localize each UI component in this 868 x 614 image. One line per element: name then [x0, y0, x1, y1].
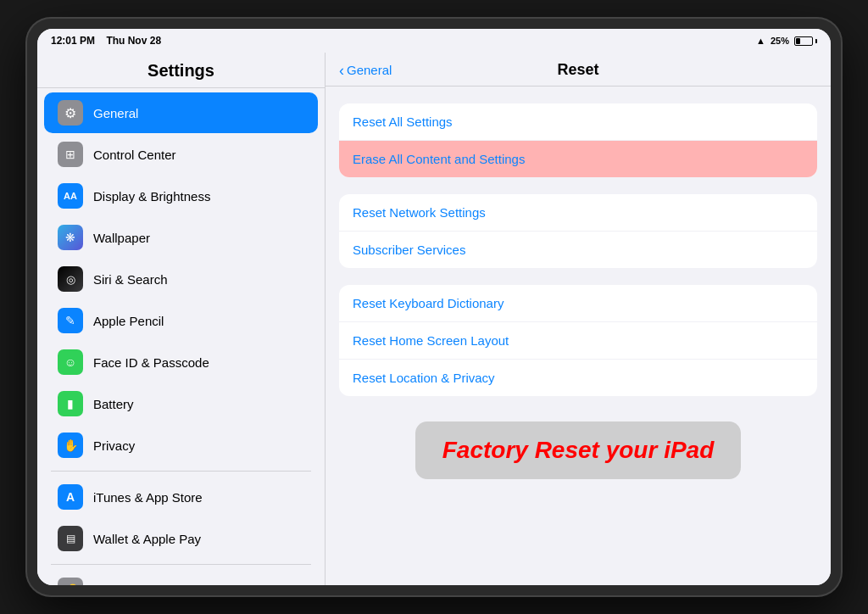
reset-location-privacy-label: Reset Location & Privacy	[353, 371, 495, 385]
status-date: Thu Nov 28	[106, 35, 161, 47]
sidebar-item-label-control-center: Control Center	[93, 148, 176, 162]
status-time: 12:01 PM	[51, 35, 95, 47]
back-chevron-icon: ‹	[339, 63, 344, 78]
apple-pencil-icon: ✎	[58, 308, 83, 333]
itunes-icon: A	[58, 484, 83, 510]
settings-group-3: Reset Keyboard Dictionary Reset Home Scr…	[339, 285, 817, 396]
right-content: Reset All Settings Erase All Content and…	[326, 87, 831, 585]
wallet-icon: ▤	[58, 526, 83, 551]
reset-all-settings-row[interactable]: Reset All Settings	[339, 103, 817, 141]
sidebar-item-label-wallpaper: Wallpaper	[93, 231, 150, 245]
sidebar-item-wallet[interactable]: ▤ Wallet & Apple Pay	[44, 518, 318, 559]
subscriber-services-label: Subscriber Services	[353, 243, 465, 257]
ipad-screen: 12:01 PM Thu Nov 28 ▲ 25% Setti	[37, 29, 831, 585]
sidebar-item-label-passwords: Passwords & Accounts	[93, 583, 223, 586]
factory-reset-text: Factory Reset your iPad	[442, 437, 715, 463]
reset-home-screen-layout-label: Reset Home Screen Layout	[353, 333, 509, 348]
sidebar-item-siri[interactable]: ◎ Siri & Search	[44, 259, 318, 299]
sidebar-header: Settings	[37, 53, 325, 88]
annotation-wrapper: Factory Reset your iPad	[339, 413, 817, 488]
display-brightness-icon: AA	[58, 183, 83, 209]
status-bar-right: ▲ 25%	[756, 36, 817, 46]
divider-1	[51, 471, 311, 472]
sidebar-item-battery[interactable]: ▮ Battery	[44, 383, 318, 424]
reset-network-settings-row[interactable]: Reset Network Settings	[339, 194, 817, 232]
erase-all-content-label: Erase All Content and Settings	[353, 152, 525, 166]
sidebar-item-wallpaper[interactable]: ❋ Wallpaper	[44, 217, 318, 258]
right-panel-title: Reset	[557, 61, 598, 79]
sidebar-item-label-general: General	[93, 106, 138, 120]
sidebar-item-label-battery: Battery	[93, 397, 134, 411]
wallpaper-icon: ❋	[58, 225, 83, 250]
sidebar-list: ⚙ General ⊞ Control Center A	[37, 88, 325, 585]
back-label: General	[347, 63, 392, 77]
sidebar-item-apple-pencil[interactable]: ✎ Apple Pencil	[44, 300, 318, 341]
battery-percent: 25%	[771, 36, 789, 46]
sidebar-item-control-center[interactable]: ⊞ Control Center	[44, 134, 318, 175]
main-content: Settings ⚙ General ⊞	[37, 53, 831, 585]
face-id-icon: ☺	[58, 349, 83, 375]
settings-group-1: Reset All Settings Erase All Content and…	[339, 103, 817, 177]
sidebar-item-label-display: Display & Brightness	[93, 189, 210, 204]
right-header: ‹ General Reset	[326, 53, 831, 87]
ipad-frame: 12:01 PM Thu Nov 28 ▲ 25% Setti	[27, 19, 841, 595]
passwords-icon: 🔑	[58, 578, 83, 585]
privacy-icon: ✋	[58, 433, 83, 458]
wifi-icon: ▲	[756, 36, 765, 46]
settings-group-2: Reset Network Settings Subscriber Servic…	[339, 194, 817, 268]
erase-all-content-row[interactable]: Erase All Content and Settings	[339, 141, 817, 177]
siri-icon: ◎	[58, 266, 83, 292]
battery-icon	[794, 36, 817, 46]
status-time-date: 12:01 PM Thu Nov 28	[51, 35, 161, 47]
reset-keyboard-dictionary-label: Reset Keyboard Dictionary	[353, 296, 504, 310]
sidebar-title: Settings	[147, 61, 214, 80]
right-panel: ‹ General Reset Reset All Settings Erase…	[326, 53, 831, 585]
sidebar-item-label-itunes: iTunes & App Store	[93, 490, 203, 505]
sidebar-item-label-faceid: Face ID & Passcode	[93, 355, 209, 370]
sidebar-item-privacy[interactable]: ✋ Privacy	[44, 425, 318, 466]
reset-location-privacy-row[interactable]: Reset Location & Privacy	[339, 360, 817, 396]
sidebar-item-label-pencil: Apple Pencil	[93, 314, 164, 328]
back-button[interactable]: ‹ General	[339, 63, 392, 78]
sidebar-item-face-id[interactable]: ☺ Face ID & Passcode	[44, 342, 318, 382]
battery-sidebar-icon: ▮	[58, 391, 83, 416]
factory-reset-annotation: Factory Reset your iPad	[415, 421, 742, 479]
sidebar-item-passwords[interactable]: 🔑 Passwords & Accounts	[44, 570, 318, 585]
sidebar-item-display-brightness[interactable]: AA Display & Brightness	[44, 176, 318, 216]
subscriber-services-row[interactable]: Subscriber Services	[339, 232, 817, 268]
control-center-icon: ⊞	[58, 142, 83, 167]
sidebar-item-label-siri: Siri & Search	[93, 272, 168, 287]
reset-network-settings-label: Reset Network Settings	[353, 205, 486, 220]
divider-2	[51, 564, 311, 565]
sidebar-item-general[interactable]: ⚙ General	[44, 92, 318, 133]
general-icon: ⚙	[58, 100, 83, 126]
sidebar-item-label-privacy: Privacy	[93, 438, 135, 453]
sidebar-item-label-wallet: Wallet & Apple Pay	[93, 532, 201, 546]
sidebar: Settings ⚙ General ⊞	[37, 53, 326, 585]
status-bar: 12:01 PM Thu Nov 28 ▲ 25%	[37, 29, 831, 53]
reset-all-settings-label: Reset All Settings	[353, 114, 453, 129]
reset-keyboard-dictionary-row[interactable]: Reset Keyboard Dictionary	[339, 285, 817, 322]
reset-home-screen-layout-row[interactable]: Reset Home Screen Layout	[339, 322, 817, 360]
sidebar-item-itunes[interactable]: A iTunes & App Store	[44, 477, 318, 517]
